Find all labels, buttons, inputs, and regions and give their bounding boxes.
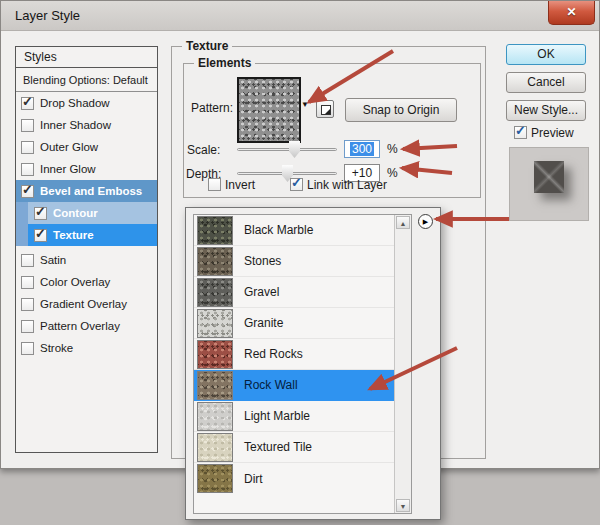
- pattern-dropdown-arrow-icon[interactable]: ▼: [301, 100, 309, 109]
- sidebar-item-gradient-overlay[interactable]: Gradient Overlay: [16, 293, 157, 315]
- pattern-thumb: [197, 402, 233, 431]
- sidebar-item-bevel-and-emboss[interactable]: ✓Bevel and Emboss: [16, 180, 157, 202]
- sidebar-item-texture[interactable]: ✓Texture: [16, 224, 157, 246]
- pattern-item-red-rocks[interactable]: Red Rocks: [194, 339, 411, 370]
- pattern-thumb: [197, 464, 233, 493]
- sidebar-item-outer-glow[interactable]: Outer Glow: [16, 136, 157, 158]
- drop-shadow-checkbox[interactable]: ✓: [21, 97, 34, 110]
- flyout-triangle-icon: ▶: [423, 218, 428, 225]
- pattern-thumb: [197, 247, 233, 276]
- close-button[interactable]: ✕: [548, 1, 595, 25]
- styles-list: Blending Options: Default ✓Drop Shadow I…: [15, 67, 158, 453]
- invert-label: Invert: [225, 178, 255, 192]
- depth-unit: %: [387, 166, 398, 180]
- scale-label: Scale:: [187, 143, 220, 157]
- close-icon: ✕: [566, 5, 576, 19]
- snap-to-origin-button[interactable]: Snap to Origin: [345, 98, 457, 122]
- sidebar-item-inner-shadow[interactable]: Inner Shadow: [16, 114, 157, 136]
- preview-bevel-square: [534, 161, 564, 193]
- pattern-item-stones[interactable]: Stones: [194, 246, 411, 277]
- cancel-button[interactable]: Cancel: [506, 72, 586, 93]
- invert-checkbox[interactable]: [208, 178, 221, 191]
- pattern-picker-popup: Black Marble Stones Gravel Granite Red R…: [185, 207, 441, 520]
- pattern-thumb: [197, 309, 233, 338]
- contour-checkbox[interactable]: ✓: [34, 207, 47, 220]
- scroll-up-icon[interactable]: ▲: [396, 216, 410, 229]
- pattern-item-granite[interactable]: Granite: [194, 308, 411, 339]
- sidebar-item-drop-shadow[interactable]: ✓Drop Shadow: [16, 92, 157, 114]
- picker-menu-button[interactable]: ▶: [418, 214, 433, 229]
- dialog-title: Layer Style: [15, 8, 80, 23]
- inner-glow-checkbox[interactable]: [21, 163, 34, 176]
- inner-shadow-checkbox[interactable]: [21, 119, 34, 132]
- pattern-item-dirt[interactable]: Dirt: [194, 463, 411, 494]
- pattern-preview-swatch[interactable]: [237, 77, 301, 143]
- styles-header: Styles: [15, 46, 158, 69]
- pattern-thumb: [197, 340, 233, 369]
- pattern-thumb: [197, 278, 233, 307]
- preview-checkbox[interactable]: ✓: [514, 126, 527, 139]
- gradient-overlay-checkbox[interactable]: [21, 298, 34, 311]
- pattern-thumb: [197, 371, 233, 400]
- texture-group-label: Texture: [182, 39, 232, 53]
- color-overlay-checkbox[interactable]: [21, 276, 34, 289]
- preview-label: Preview: [531, 126, 574, 140]
- outer-glow-checkbox[interactable]: [21, 141, 34, 154]
- pattern-item-light-marble[interactable]: Light Marble: [194, 401, 411, 432]
- bevel-checkbox[interactable]: ✓: [21, 185, 34, 198]
- pattern-item-gravel[interactable]: Gravel: [194, 277, 411, 308]
- pattern-label: Pattern:: [191, 101, 233, 115]
- pattern-item-black-marble[interactable]: Black Marble: [194, 215, 411, 246]
- pattern-thumb: [197, 433, 233, 462]
- pattern-item-rock-wall[interactable]: Rock Wall: [194, 370, 411, 401]
- new-pattern-preset-button[interactable]: [316, 100, 334, 118]
- new-preset-icon: [321, 105, 331, 115]
- link-with-layer-checkbox[interactable]: ✓: [290, 178, 303, 191]
- scroll-down-icon[interactable]: ▼: [396, 499, 410, 512]
- scale-value-input[interactable]: 300: [344, 140, 380, 158]
- satin-checkbox[interactable]: [21, 254, 34, 267]
- style-preview-thumbnail: [509, 147, 589, 221]
- screenshot-root: Layer Style ✕ Styles Blending Options: D…: [0, 0, 600, 525]
- stroke-checkbox[interactable]: [21, 342, 34, 355]
- sidebar-item-color-overlay[interactable]: Color Overlay: [16, 271, 157, 293]
- texture-checkbox[interactable]: ✓: [34, 229, 47, 242]
- ok-button[interactable]: OK: [506, 44, 586, 65]
- pattern-list-scrollbar[interactable]: ▲ ▼: [394, 215, 411, 513]
- sidebar-item-inner-glow[interactable]: Inner Glow: [16, 158, 157, 180]
- sidebar-item-contour[interactable]: ✓Contour: [16, 202, 157, 224]
- link-with-layer-label: Link with Layer: [307, 178, 387, 192]
- dialog-titlebar[interactable]: Layer Style ✕: [1, 1, 599, 31]
- scale-unit: %: [387, 142, 398, 156]
- sidebar-item-satin[interactable]: Satin: [16, 249, 157, 271]
- scale-slider-track[interactable]: [237, 148, 337, 151]
- new-style-button[interactable]: New Style...: [506, 100, 586, 121]
- pattern-thumb: [197, 216, 233, 245]
- sidebar-item-blending-options[interactable]: Blending Options: Default: [16, 68, 157, 92]
- pattern-list: Black Marble Stones Gravel Granite Red R…: [193, 214, 412, 514]
- pattern-overlay-checkbox[interactable]: [21, 320, 34, 333]
- pattern-item-textured-tile[interactable]: Textured Tile: [194, 432, 411, 463]
- elements-group-label: Elements: [194, 56, 255, 70]
- sidebar-item-stroke[interactable]: Stroke: [16, 337, 157, 359]
- sidebar-item-pattern-overlay[interactable]: Pattern Overlay: [16, 315, 157, 337]
